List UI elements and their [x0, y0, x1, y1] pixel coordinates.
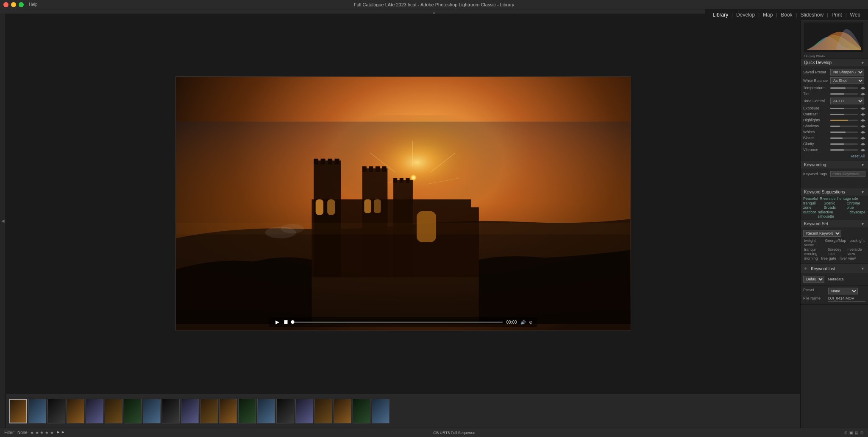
vibrance-arrows[interactable]: ◀▶	[860, 148, 865, 152]
tab-print[interactable]: Print	[828, 11, 846, 19]
filter-none[interactable]: None	[17, 430, 28, 435]
whites-arrows[interactable]: ◀▶	[860, 130, 865, 134]
preset-row: Preset None	[801, 287, 868, 295]
filmstrip-thumb-20[interactable]	[372, 399, 389, 423]
video-progress-bar[interactable]	[291, 322, 503, 323]
clarity-slider[interactable]	[830, 143, 858, 145]
image-viewer[interactable]: ▶ 00:00 🔊 ⊙	[6, 14, 800, 394]
keyword-set-select[interactable]: Recent Keywords	[803, 230, 841, 237]
keyword-tags-input[interactable]	[830, 171, 865, 177]
saved-preset-select[interactable]: No Sharpen P...	[830, 69, 864, 76]
survey-view-button[interactable]: ⊟	[860, 431, 864, 435]
suggest-tag-heritage[interactable]: heritage site	[837, 196, 858, 201]
kw-river-view[interactable]: river view	[839, 256, 857, 261]
keyword-set-header[interactable]: Keyword Set ▼	[801, 220, 868, 227]
video-controls[interactable]: ▶ 00:00 🔊 ⊙	[269, 317, 537, 327]
tab-develop[interactable]: Develop	[733, 11, 758, 19]
suggest-tag-reflective[interactable]: reflective silhouette	[818, 210, 848, 218]
suggest-tag-chrome[interactable]: Chrome blue	[847, 201, 865, 210]
help-menu[interactable]: Help	[29, 2, 38, 7]
filmstrip-thumb-8[interactable]	[143, 399, 161, 423]
preset-select[interactable]: None	[828, 288, 858, 294]
exposure-label: Exposure	[803, 106, 829, 110]
fullscreen-icon[interactable]: ⊙	[529, 320, 532, 325]
exposure-arrows[interactable]: ◀▶	[860, 106, 865, 110]
tint-slider[interactable]	[830, 93, 858, 95]
grid-view-button[interactable]: ⊞	[844, 431, 848, 435]
keyword-list-header[interactable]: + Keyword List ▼	[801, 264, 868, 273]
maximize-button[interactable]	[19, 2, 24, 7]
filmstrip-thumb-3[interactable]	[47, 399, 65, 423]
filmstrip-thumb-14[interactable]	[257, 399, 275, 423]
kw-borsdey[interactable]: Borsdey Inlet	[826, 247, 845, 256]
filmstrip-thumb-4[interactable]	[67, 399, 84, 423]
tab-slideshow[interactable]: Slideshow	[797, 11, 827, 19]
keywording-header[interactable]: Keywording ▼	[801, 161, 868, 168]
filmstrip-thumb-19[interactable]	[353, 399, 370, 423]
reset-all-button[interactable]: Reset All	[849, 154, 865, 158]
play-button[interactable]: ▶	[274, 319, 281, 325]
temperature-slider[interactable]	[830, 87, 858, 89]
kw-backlight[interactable]: backlight	[849, 238, 865, 247]
filmstrip-thumb-12[interactable]	[219, 399, 237, 423]
vibrance-slider[interactable]	[830, 149, 858, 151]
minimize-button[interactable]	[11, 2, 16, 7]
blacks-slider[interactable]	[830, 137, 858, 139]
keyword-list-default-select[interactable]: Default	[803, 276, 824, 283]
filmstrip-thumb-15[interactable]	[276, 399, 294, 423]
volume-icon[interactable]: 🔊	[520, 320, 526, 325]
suggest-tag-outdoor[interactable]: outdoor	[803, 210, 816, 218]
filmstrip-thumb-5[interactable]	[86, 399, 103, 423]
kw-twilight[interactable]: twilight scene	[803, 238, 822, 247]
tab-map[interactable]: Map	[760, 11, 776, 19]
filmstrip-thumb-6[interactable]	[105, 399, 122, 423]
temp-arrows[interactable]: ◀▶	[860, 86, 865, 90]
filmstrip-thumb-16[interactable]	[295, 399, 313, 423]
filmstrip-thumb-9[interactable]	[162, 399, 180, 423]
filmstrip-thumb-10[interactable]	[181, 399, 199, 423]
highlights-slider[interactable]	[830, 120, 858, 121]
compare-view-button[interactable]: ▤	[855, 431, 859, 435]
filmstrip-thumb-2[interactable]	[28, 399, 46, 423]
clarity-arrows[interactable]: ◀▶	[860, 142, 865, 146]
kw-tree-gate[interactable]: tree gate	[821, 256, 837, 261]
left-panel-toggle[interactable]: ◀	[0, 14, 6, 428]
highlights-arrows[interactable]: ◀▶	[860, 118, 865, 122]
white-balance-select[interactable]: As Shot	[830, 77, 864, 84]
kw-tranquil-eve[interactable]: tranquil evening	[803, 247, 825, 256]
video-marker[interactable]	[284, 320, 287, 324]
contrast-arrows[interactable]: ◀▶	[860, 112, 865, 116]
whites-slider[interactable]	[830, 132, 858, 133]
close-button[interactable]	[3, 2, 8, 7]
filmstrip-thumb-1[interactable]	[9, 399, 27, 423]
blacks-arrows[interactable]: ◀▶	[860, 136, 865, 140]
kw-riverside-view[interactable]: riverside view	[846, 247, 865, 256]
keyword-suggestions-header[interactable]: Keyword Suggestions ▼	[801, 188, 868, 196]
filmstrip-thumb-7[interactable]	[124, 399, 142, 423]
filter-stars-icons[interactable]: ★ ★ ★ ★ ★	[30, 430, 54, 435]
contrast-slider[interactable]	[830, 114, 858, 115]
tab-web[interactable]: Web	[847, 11, 864, 19]
exposure-slider[interactable]	[830, 108, 858, 109]
suggest-tag-riverside[interactable]: Riverside	[820, 196, 836, 201]
shadows-arrows[interactable]: ◀▶	[860, 124, 865, 128]
filmstrip-thumb-11[interactable]	[200, 399, 218, 423]
suggest-tag-scenic[interactable]: Scenic Broads	[823, 201, 845, 210]
suggest-tag-tranquil[interactable]: tranquil zone	[803, 201, 822, 210]
tab-book[interactable]: Book	[777, 11, 796, 19]
filter-flags[interactable]: ⚑ ⚑	[56, 431, 64, 435]
filmstrip-thumb-13[interactable]	[238, 399, 256, 423]
suggest-tag-peaceful[interactable]: Peaceful	[803, 196, 818, 201]
filmstrip-thumb-18[interactable]	[334, 399, 351, 423]
filmstrip-thumb-17[interactable]	[314, 399, 332, 423]
kw-morning[interactable]: morning	[803, 256, 819, 261]
tint-arrows[interactable]: ◀▶	[860, 92, 865, 96]
tab-library[interactable]: Library	[709, 11, 732, 19]
keyword-list-add-button[interactable]: +	[804, 265, 807, 272]
kw-georgimap[interactable]: George/Map	[824, 238, 847, 247]
tone-control-select[interactable]: AUTO	[830, 98, 864, 104]
loupe-view-button[interactable]: ▣	[849, 431, 853, 435]
suggest-tag-cityscape[interactable]: cityscape	[849, 210, 865, 218]
quick-develop-header[interactable]: Quick Develop ▼	[801, 59, 868, 66]
shadows-slider[interactable]	[830, 126, 858, 127]
